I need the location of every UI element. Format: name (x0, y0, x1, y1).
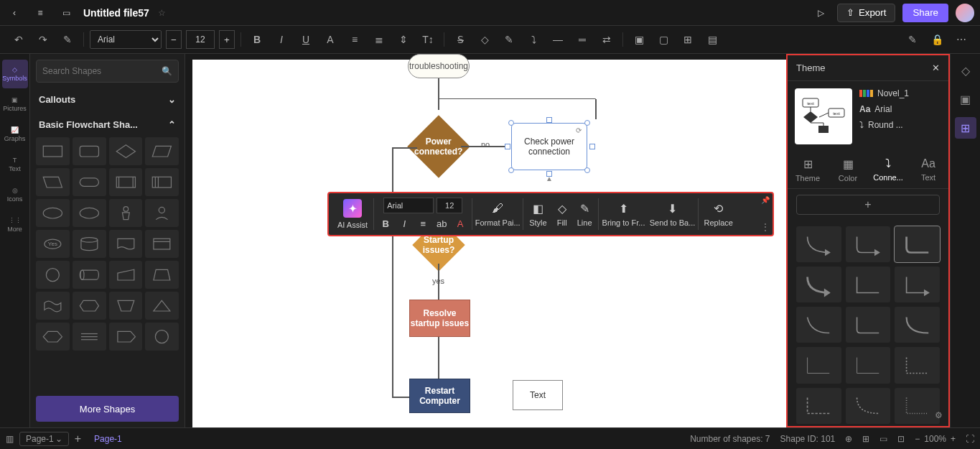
shape-triple-rect[interactable] (145, 168, 179, 196)
shape-troubleshooting[interactable]: troubleshooting (408, 54, 470, 78)
shape-card[interactable] (145, 230, 179, 258)
edit-button[interactable]: ✎ (902, 29, 923, 50)
tab-color[interactable]: ▦Color (828, 152, 868, 188)
float-italic[interactable]: I (397, 216, 411, 231)
float-color[interactable]: A (453, 216, 467, 231)
undo-button[interactable]: ↶ (9, 29, 29, 50)
user-avatar[interactable] (956, 4, 974, 22)
add-page-button[interactable]: + (75, 432, 81, 445)
conn-style-10[interactable] (796, 347, 841, 383)
shape-text[interactable]: Text (513, 380, 563, 410)
play-button[interactable]: ▷ (813, 4, 830, 22)
search-shapes-box[interactable]: 🔍 (36, 60, 179, 83)
shape-rectangle[interactable] (36, 137, 70, 165)
font-color-button[interactable]: A (320, 29, 340, 50)
share-button[interactable]: Share (902, 4, 948, 22)
connector[interactable] (438, 337, 439, 379)
connector-route[interactable] (438, 98, 596, 100)
bold-button[interactable]: B (247, 29, 267, 50)
shape-ellipse[interactable] (36, 199, 70, 227)
shape-trapezoid2[interactable] (109, 292, 143, 320)
format-painter-button[interactable]: ✎ (57, 29, 78, 50)
graphs-rail-item[interactable]: 📈Graphs (2, 120, 28, 149)
zoom-level[interactable]: 100% (924, 434, 946, 444)
shape-rounded-rect[interactable] (73, 137, 106, 165)
theme-rail-button[interactable]: ◇ (955, 60, 976, 81)
float-bold[interactable]: B (378, 216, 393, 231)
conn-style-14[interactable] (846, 388, 891, 424)
shape-yes[interactable]: Yes (36, 230, 70, 258)
italic-button[interactable]: I (271, 29, 291, 50)
float-pin-icon[interactable]: 📌 (761, 196, 770, 204)
connector[interactable] (595, 99, 597, 119)
close-icon[interactable]: ✕ (932, 63, 940, 73)
more-options-button[interactable]: ⋯ (951, 29, 971, 50)
line-spacing-button[interactable]: ⇕ (393, 29, 414, 50)
tab-connector[interactable]: ⤵Conne... (868, 152, 908, 188)
conn-style-15[interactable] (895, 388, 940, 424)
conn-style-13[interactable] (796, 388, 841, 424)
lock-button[interactable]: 🔒 (927, 29, 947, 50)
page-tab-1[interactable]: Page-1 (87, 432, 129, 445)
line-style-button[interactable]: — (548, 29, 568, 50)
shape-wave[interactable] (36, 292, 70, 320)
shape-restart[interactable]: Restart Computer (409, 379, 470, 413)
page-selector[interactable]: Page-1⌄ (19, 432, 69, 446)
pages-icon[interactable]: ▥ (6, 434, 14, 444)
connector-style-button[interactable]: ⤵ (523, 29, 543, 50)
pictures-rail-item[interactable]: ▣Pictures (2, 90, 28, 119)
float-bring-front[interactable]: ⬆Bring to Fr... (600, 196, 648, 232)
conn-style-6[interactable] (895, 267, 940, 302)
shape-parallelogram2[interactable] (36, 168, 70, 196)
shape-terminator[interactable] (73, 168, 106, 196)
container1-button[interactable]: ▣ (629, 29, 649, 50)
basic-flowchart-section-header[interactable]: Basic Flowchart Sha...⌃ (36, 115, 179, 134)
shape-circle2[interactable] (36, 261, 70, 289)
fullscreen-button[interactable]: ⛶ (966, 434, 974, 444)
file-title[interactable]: Untitled file57 (83, 7, 149, 19)
table-button[interactable]: ⊞ (678, 29, 698, 50)
float-size-select[interactable] (437, 198, 462, 213)
shape-cylinder[interactable] (73, 230, 106, 258)
favorite-star-icon[interactable]: ☆ (158, 8, 166, 18)
conn-style-8[interactable] (846, 307, 891, 343)
float-align[interactable]: ≡ (416, 216, 430, 231)
float-style[interactable]: ◧Style (525, 196, 551, 232)
shape-drum[interactable] (73, 261, 106, 289)
font-size-decrease[interactable]: − (166, 30, 182, 49)
connector[interactable] (438, 78, 439, 110)
line-weight-button[interactable]: ═ (572, 29, 592, 50)
text-rail-item[interactable]: TText (2, 150, 28, 179)
arrow-style-button[interactable]: ⇄ (597, 29, 617, 50)
float-case[interactable]: ab (434, 216, 449, 231)
shape-hexagon2[interactable] (36, 323, 70, 351)
float-fill[interactable]: ◇Fill (553, 196, 571, 232)
icons-rail-item[interactable]: ◎Icons (2, 180, 28, 209)
font-size-input[interactable] (186, 30, 215, 49)
conn-style-11[interactable] (846, 347, 891, 383)
shape-double-rect[interactable] (109, 168, 143, 196)
float-line[interactable]: ✎Line (573, 196, 597, 232)
conn-style-7[interactable] (796, 307, 841, 343)
panel-settings-icon[interactable]: ⚙ (935, 410, 943, 420)
theme-thumbnail[interactable]: texttext (795, 88, 852, 144)
shape-manual-input[interactable] (109, 261, 143, 289)
fill-color-button[interactable]: ◇ (475, 29, 495, 50)
more-shapes-button[interactable]: More Shapes (36, 396, 179, 422)
strikethrough-button[interactable]: S̶ (450, 29, 470, 50)
back-button[interactable]: ‹ (6, 4, 23, 22)
conn-style-4[interactable] (796, 267, 841, 302)
font-size-increase[interactable]: + (219, 30, 235, 49)
search-shapes-input[interactable] (42, 66, 162, 76)
font-family-select[interactable]: Arial (90, 30, 162, 49)
add-connector-style-button[interactable]: + (796, 195, 940, 215)
shape-hexagon[interactable] (73, 292, 106, 320)
shape-resolve[interactable]: Resolve startup issues (409, 300, 470, 337)
conn-style-9[interactable] (895, 307, 940, 343)
snap-icon[interactable]: ⊡ (897, 434, 905, 444)
text-direction-button[interactable]: T↕ (418, 29, 438, 50)
align-center-button[interactable]: ≡ (345, 29, 365, 50)
menu-button[interactable]: ≡ (32, 4, 49, 22)
shape-trapezoid[interactable] (145, 261, 179, 289)
container2-button[interactable]: ▢ (653, 29, 673, 50)
